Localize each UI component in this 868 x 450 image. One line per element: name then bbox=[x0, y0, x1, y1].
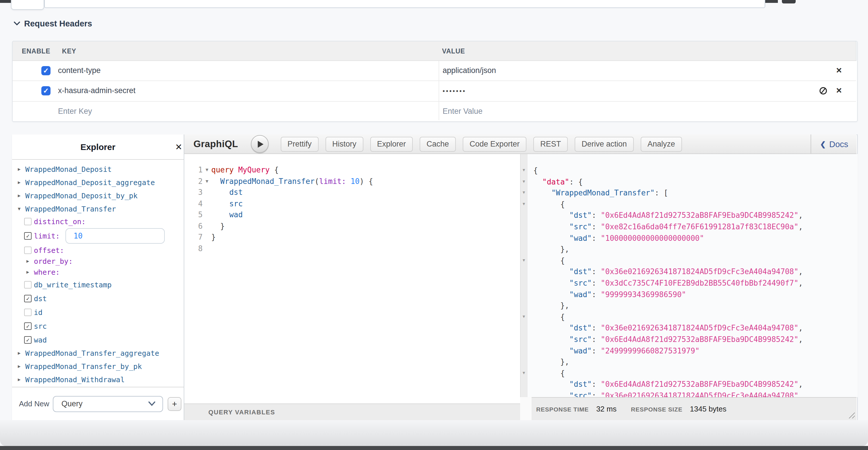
fold-arrow-icon[interactable]: ▼ bbox=[520, 187, 528, 199]
toolbar-button-explorer[interactable]: Explorer bbox=[370, 137, 413, 151]
explorer-row-dst[interactable]: ✓dst bbox=[12, 291, 184, 305]
method-select-partial[interactable] bbox=[11, 0, 44, 10]
line-number: 1 bbox=[184, 164, 203, 175]
explorer-row-order-by[interactable]: ▶order_by: bbox=[12, 256, 184, 267]
explorer-row-wrappedmonad-deposit-by-pk[interactable]: ▶WrappedMonad_Deposit_by_pk bbox=[12, 189, 184, 202]
explorer-row-offset[interactable]: offset: bbox=[12, 244, 184, 256]
explorer-row-wrappedmonad-withdrawal[interactable]: ▶WrappedMonad_Withdrawal bbox=[12, 373, 184, 386]
fold-arrow-icon[interactable]: ▼ bbox=[520, 165, 528, 176]
header-value-input[interactable]: application/json bbox=[443, 61, 496, 81]
add-new-button[interactable]: + bbox=[167, 397, 181, 411]
toolbar-button-rest[interactable]: REST bbox=[533, 137, 568, 151]
fold-arrow-icon[interactable]: ▼ bbox=[520, 311, 528, 322]
checkbox-db-write-timestamp[interactable] bbox=[24, 281, 32, 288]
new-header-key-input[interactable]: Enter Key bbox=[58, 102, 92, 121]
reveal-secret-eye-icon[interactable] bbox=[818, 86, 828, 95]
explorer-item-label: WrappedMonad_Withdrawal bbox=[25, 375, 125, 384]
response-code-line: ▼ { bbox=[520, 199, 858, 210]
expand-arrow-icon[interactable]: ▶ bbox=[18, 193, 25, 198]
toolbar-button-derive-action[interactable]: Derive action bbox=[575, 137, 634, 151]
header-enable-checkbox[interactable]: ✓ bbox=[41, 86, 51, 95]
response-time-value: 32 ms bbox=[596, 404, 617, 413]
column-enable: ENABLE bbox=[22, 41, 50, 61]
new-header-value-input[interactable]: Enter Value bbox=[443, 102, 483, 121]
limit-value-input[interactable]: 10 bbox=[65, 228, 165, 244]
explorer-close-icon[interactable]: ✕ bbox=[175, 135, 182, 159]
editor-code-line: 3 dst bbox=[184, 187, 520, 198]
checkbox-limit[interactable]: ✓ bbox=[24, 232, 32, 240]
toolbar-button-analyze[interactable]: Analyze bbox=[641, 137, 682, 151]
line-number: 8 bbox=[184, 243, 203, 254]
expand-arrow-icon[interactable]: ▶ bbox=[18, 350, 25, 356]
explorer-row-distinct-on[interactable]: distinct_on: bbox=[12, 216, 184, 227]
checkbox-distinct-on[interactable] bbox=[24, 218, 32, 225]
explorer-row-db-write-timestamp[interactable]: db_write_timestamp bbox=[12, 278, 184, 291]
explorer-item-label: src bbox=[34, 321, 47, 330]
explorer-row-id[interactable]: id bbox=[12, 305, 184, 319]
fold-arrow-icon[interactable]: ▼ bbox=[203, 164, 211, 175]
checkbox-offset[interactable] bbox=[24, 246, 32, 254]
query-variables-bar[interactable]: QUERY VARIABLES bbox=[184, 403, 525, 420]
expand-arrow-icon[interactable]: ▶ bbox=[26, 259, 34, 264]
checkbox-src[interactable]: ✓ bbox=[24, 322, 32, 330]
chevron-left-icon: ❮ bbox=[820, 140, 826, 148]
toolbar-button-code-exporter[interactable]: Code Exporter bbox=[463, 137, 526, 151]
footer-gap bbox=[520, 397, 532, 420]
toolbar-button-cache[interactable]: Cache bbox=[420, 137, 456, 151]
response-code-line: "wad": "99999934369986590" bbox=[520, 289, 858, 300]
fold-gutter-empty bbox=[203, 220, 211, 232]
expand-arrow-icon[interactable]: ▶ bbox=[26, 270, 34, 275]
checkbox-id[interactable] bbox=[24, 308, 32, 316]
explorer-row-wrappedmonad-deposit[interactable]: ▶WrappedMonad_Deposit bbox=[12, 163, 184, 176]
checkbox-dst[interactable]: ✓ bbox=[24, 294, 32, 302]
explorer-row-limit[interactable]: ✓limit:10 bbox=[12, 227, 184, 244]
fold-arrow-icon[interactable]: ▼ bbox=[520, 199, 528, 210]
endpoint-url-input-partial[interactable] bbox=[44, 0, 765, 8]
query-editor[interactable]: 1▼query MyQuery {2▼ WrappedMonad_Transfe… bbox=[184, 154, 520, 403]
expand-arrow-icon[interactable]: ▶ bbox=[18, 364, 25, 369]
explorer-row-wrappedmonad-transfer[interactable]: ▼WrappedMonad_Transfer bbox=[12, 202, 184, 216]
explorer-item-label: WrappedMonad_Transfer bbox=[25, 205, 116, 213]
docs-toggle[interactable]: ❮ Docs bbox=[811, 135, 857, 153]
expand-arrow-icon[interactable]: ▶ bbox=[18, 167, 25, 172]
expand-arrow-icon[interactable]: ▶ bbox=[18, 180, 25, 185]
checkbox-wad[interactable]: ✓ bbox=[24, 336, 32, 343]
fold-arrow-icon[interactable]: ▼ bbox=[203, 175, 211, 187]
fold-gutter-empty bbox=[520, 244, 528, 255]
explorer-footer: Add New Query + bbox=[12, 387, 184, 421]
fold-arrow-icon[interactable]: ▼ bbox=[520, 368, 528, 379]
request-headers-collapse-icon[interactable] bbox=[14, 21, 20, 26]
toolbar-button-prettify[interactable]: Prettify bbox=[280, 137, 318, 151]
execute-query-button[interactable] bbox=[251, 135, 268, 153]
editor-code-line: 4 src bbox=[184, 198, 520, 209]
remove-header-icon[interactable]: ✕ bbox=[836, 81, 842, 101]
header-key-input[interactable]: content-type bbox=[58, 61, 101, 81]
header-key-input[interactable]: x-hasura-admin-secret bbox=[58, 81, 135, 101]
toolbar-button-history[interactable]: History bbox=[325, 137, 363, 151]
response-code-line: "src": "0x6Ed4AdA8f21d927532aB8FAF9Eba9D… bbox=[520, 334, 858, 345]
explorer-item-label: WrappedMonad_Transfer_by_pk bbox=[25, 362, 142, 371]
expand-arrow-icon[interactable]: ▶ bbox=[18, 377, 25, 382]
remove-header-icon[interactable]: ✕ bbox=[836, 61, 842, 81]
resize-handle[interactable] bbox=[848, 412, 855, 418]
explorer-row-src[interactable]: ✓src bbox=[12, 319, 184, 333]
explorer-row-wad[interactable]: ✓wad bbox=[12, 333, 184, 346]
explorer-row-wrappedmonad-transfer-by-pk[interactable]: ▶WrappedMonad_Transfer_by_pk bbox=[12, 360, 184, 373]
add-new-select[interactable]: Query bbox=[53, 396, 163, 412]
explorer-header: Explorer ✕ bbox=[12, 135, 184, 160]
editor-code-line: 6 } bbox=[184, 220, 520, 232]
fold-arrow-icon[interactable]: ▼ bbox=[520, 255, 528, 266]
collapse-arrow-icon[interactable]: ▼ bbox=[18, 206, 25, 212]
fold-gutter-empty bbox=[520, 289, 528, 300]
header-enable-checkbox[interactable]: ✓ bbox=[41, 66, 51, 75]
response-code-line: "wad": "24999999660827531979" bbox=[520, 345, 858, 356]
explorer-row-wrappedmonad-deposit-aggregate[interactable]: ▶WrappedMonad_Deposit_aggregate bbox=[12, 176, 184, 189]
explorer-item-label: where: bbox=[34, 268, 60, 276]
header-value-input-masked[interactable]: ••••••• bbox=[443, 81, 466, 101]
fold-arrow-icon[interactable]: ▼ bbox=[520, 176, 528, 187]
fold-gutter-empty bbox=[203, 198, 211, 209]
editor-code-line: 2▼ WrappedMonad_Transfer(limit: 10) { bbox=[184, 175, 520, 187]
explorer-row-wrappedmonad-transfer-aggregate[interactable]: ▶WrappedMonad_Transfer_aggregate bbox=[12, 346, 184, 360]
explorer-row-where[interactable]: ▶where: bbox=[12, 267, 184, 278]
response-code-line: "src": "0x3dCc735C74F10FE2B9db2BB55C40fb… bbox=[520, 278, 858, 289]
